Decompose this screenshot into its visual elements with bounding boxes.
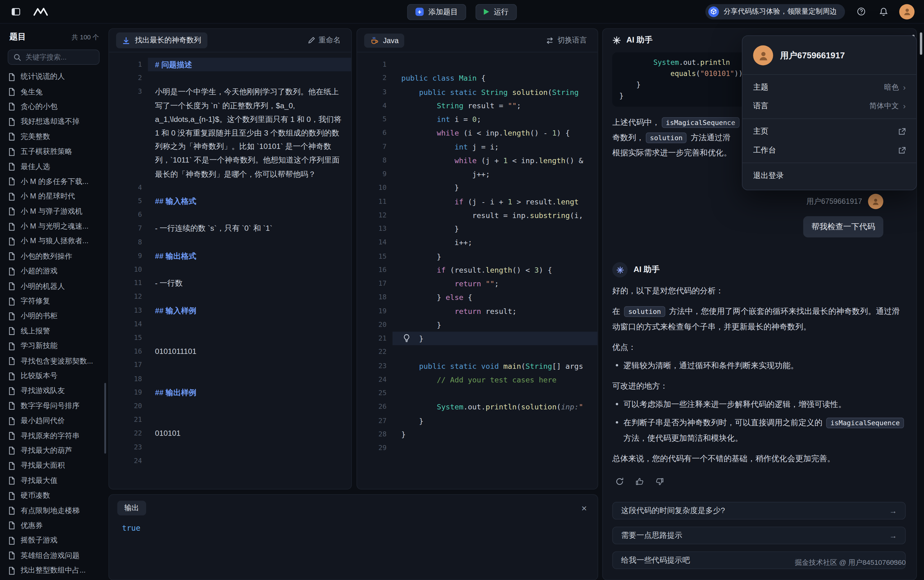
problem-list-item[interactable]: 寻找最大值 (0, 473, 107, 488)
code-action-lightbulb[interactable] (403, 334, 410, 344)
line-number: 18 (357, 291, 393, 304)
problem-list-item[interactable]: 五子棋获胜策略 (0, 144, 107, 159)
code-line: if (result.length() < 3) { (393, 263, 597, 277)
menu-item-home[interactable]: 主页 (742, 122, 916, 141)
problem-list-item[interactable]: 摇骰子游戏 (0, 533, 107, 548)
problem-title-label: 小 M 的星球时代 (20, 192, 75, 202)
menu-home-label: 主页 (753, 126, 768, 137)
problem-list-item[interactable]: 找出整型数组中占... (0, 563, 107, 578)
problem-list-item[interactable]: 寻找最大面积 (0, 458, 107, 473)
problem-title-label: 数字字母问号排序 (20, 401, 79, 411)
document-icon (8, 163, 15, 171)
problem-list-item[interactable]: 寻找原来的字符串 (0, 428, 107, 443)
bullet-dot (616, 421, 619, 423)
editor-panel-header: Java 切换语言 (357, 29, 597, 53)
problem-list-item[interactable]: 最小趋同代价 (0, 414, 107, 428)
inline-code-chip: solution (646, 132, 687, 143)
problem-list-item-active[interactable]: 找出最长的神奇数列 (0, 578, 107, 580)
problem-list-item[interactable]: 小明的书柜 (0, 309, 107, 324)
code-line-row: 26 System.out.println(solution(inp:" (357, 400, 597, 414)
ai-suggestion[interactable]: 需要一点思路提示→ (612, 527, 906, 544)
problem-list-item[interactable]: 兔生兔 (0, 84, 107, 99)
thumbs-up-icon[interactable] (632, 474, 647, 488)
download-icon (122, 36, 130, 44)
rename-label: 重命名 (318, 35, 341, 45)
ai-paragraph: 总体来说，您的代码有一个不错的基础，稍作优化会更加完善。 (612, 451, 907, 466)
close-icon[interactable]: × (579, 503, 589, 513)
user-message-row: 帮我检查一下代码 (612, 216, 883, 237)
switch-language-button[interactable]: 切换语言 (542, 33, 591, 48)
code-line-row: 23 public static void main(String[] args (357, 359, 597, 373)
add-problem-button[interactable]: + 添加题目 (407, 4, 466, 20)
menu-item-language[interactable]: 语言 简体中文› (742, 96, 916, 115)
menu-item-workbench[interactable]: 工作台 (742, 141, 916, 160)
problem-list-item[interactable]: 数字字母问号排序 (0, 399, 107, 414)
problem-list-item[interactable]: 优惠券 (0, 518, 107, 533)
problem-list-item[interactable]: 有点限制地走楼梯 (0, 503, 107, 518)
menu-theme-value: 暗色 (884, 82, 899, 92)
problem-list-item[interactable]: 我好想逃却逃不掉 (0, 114, 107, 129)
menu-item-theme[interactable]: 主题 暗色› (742, 78, 916, 97)
regenerate-icon[interactable] (612, 474, 627, 488)
problem-list-item[interactable]: 比较版本号 (0, 369, 107, 384)
ai-suggestion-text: 需要一点思路提示 (621, 530, 683, 540)
chevron-right-icon: › (903, 101, 906, 111)
md-line: ## 输出格式 (148, 249, 351, 263)
inline-code-chip: solution (624, 306, 665, 317)
problem-list-item[interactable]: 小超的游戏 (0, 264, 107, 279)
problem-list-item[interactable]: 小包的数列操作 (0, 249, 107, 264)
sidebar-scrollbar[interactable] (104, 383, 106, 453)
problem-list-item[interactable]: 小 M 与狼人拯救者... (0, 234, 107, 249)
problem-list-item[interactable]: 寻找最大的葫芦 (0, 443, 107, 458)
problem-list-item[interactable]: 硬币凑数 (0, 488, 107, 503)
problem-list-item[interactable]: 最佳人选 (0, 159, 107, 174)
app-logo[interactable] (32, 5, 51, 18)
problem-list-item[interactable]: 小 M 与光明之魂速... (0, 219, 107, 234)
thumbs-down-icon[interactable] (652, 474, 667, 488)
code-line (393, 442, 597, 455)
notification-bell-icon[interactable] (877, 5, 890, 18)
document-icon (8, 297, 15, 305)
line-number: 27 (357, 414, 393, 427)
line-number: 17 (357, 277, 393, 291)
window-scrollbar[interactable] (920, 32, 922, 54)
problem-list-item[interactable]: 完美整数 (0, 129, 107, 144)
md-line (148, 399, 351, 413)
md-line-row: 15 (109, 331, 351, 344)
problem-list-item[interactable]: 字符修复 (0, 294, 107, 309)
problem-list-item[interactable]: 寻找包含斐波那契数... (0, 354, 107, 369)
inline-code-chip: isMagicalSequence (662, 117, 739, 128)
problem-title: 找出最长的神奇数列 (135, 35, 201, 45)
search-input[interactable] (25, 53, 94, 61)
document-icon (8, 73, 15, 81)
code-line: } (393, 222, 597, 236)
md-line: ## 输出样例 (148, 386, 351, 399)
problem-title-label: 优惠券 (20, 521, 43, 531)
problem-list-item[interactable]: 英雄组合游戏问题 (0, 548, 107, 563)
ai-paragraph: 可改进的地方： (612, 379, 907, 393)
ai-suggestion[interactable]: 这段代码的时间复杂度是多少?→ (612, 502, 906, 519)
md-line-row: 4 (109, 181, 351, 194)
problem-list-item[interactable]: 小 M 的多任务下载... (0, 174, 107, 189)
problem-title-label: 英雄组合游戏问题 (20, 550, 79, 560)
problem-list-item[interactable]: 小 M 的星球时代 (0, 189, 107, 204)
problem-list-item[interactable]: 小 M 与弹子游戏机 (0, 204, 107, 219)
md-line (148, 331, 351, 344)
promo-banner[interactable]: 分享代码练习体验，领限量定制周边 (705, 4, 845, 19)
help-icon[interactable] (855, 5, 868, 18)
document-icon (8, 193, 15, 201)
sidebar-toggle-icon[interactable] (9, 5, 22, 18)
problem-list-item[interactable]: 学习新技能 (0, 339, 107, 354)
problem-title-label: 我好想逃却逃不掉 (20, 117, 79, 127)
problem-list-item[interactable]: 线上报警 (0, 324, 107, 339)
menu-item-logout[interactable]: 退出登录 (742, 166, 916, 185)
user-avatar[interactable] (899, 4, 914, 19)
rename-button[interactable]: 重命名 (304, 33, 344, 48)
problem-list-item[interactable]: 寻找游戏队友 (0, 384, 107, 399)
language-tab[interactable]: Java (364, 33, 404, 48)
problem-list-item[interactable]: 统计说谎的人 (0, 69, 107, 84)
document-icon (8, 387, 15, 395)
problem-list-item[interactable]: 小明的机器人 (0, 279, 107, 294)
problem-list-item[interactable]: 贪心的小包 (0, 100, 107, 114)
run-button[interactable]: 运行 (476, 4, 517, 20)
